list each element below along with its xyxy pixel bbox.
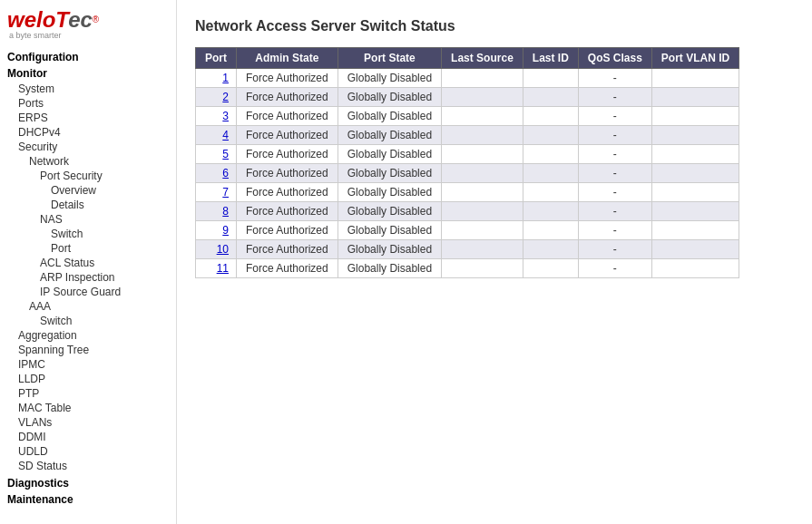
nav-item-dhcpv4-5[interactable]: DHCPv4 [7,125,176,140]
qos-class-cell: - [578,107,651,126]
port-vlan-id-cell [651,88,739,107]
nav-item-switch-18[interactable]: Switch [7,314,176,328]
admin-state-cell: Force Authorized [237,145,338,164]
nav-item-ddmi-26[interactable]: DDMI [7,430,176,444]
port-state-cell: Globally Disabled [338,259,441,278]
nav-item-mac-table-24[interactable]: MAC Table [7,401,176,415]
qos-class-cell: - [578,183,651,202]
port-cell-7[interactable]: 7 [196,183,237,202]
port-link-2[interactable]: 2 [222,91,229,103]
port-state-cell: Globally Disabled [338,240,441,259]
last-id-cell [523,259,578,278]
logo-ec: ec [68,7,93,32]
col-header-last-source: Last Source [442,48,523,69]
nav-item-ip-source-guard-16[interactable]: IP Source Guard [7,285,176,299]
port-cell-11[interactable]: 11 [196,259,237,278]
admin-state-cell: Force Authorized [237,183,338,202]
port-vlan-id-cell [651,183,739,202]
nav-item-port-13[interactable]: Port [7,241,176,256]
nav-item-security-6[interactable]: Security [7,140,176,154]
port-state-cell: Globally Disabled [338,69,441,88]
port-link-4[interactable]: 4 [222,129,229,141]
col-header-port-state: Port State [338,48,441,69]
last-id-cell [523,221,578,240]
port-state-cell: Globally Disabled [338,164,441,183]
nav-item-lldp-22[interactable]: LLDP [7,372,176,386]
nav-item-ports-3[interactable]: Ports [7,96,176,111]
port-vlan-id-cell [651,126,739,145]
nav-item-details-10[interactable]: Details [7,198,176,212]
port-link-10[interactable]: 10 [217,243,229,256]
nav-item-overview-9[interactable]: Overview [7,183,176,198]
nav-item-port-security-8[interactable]: Port Security [7,169,176,183]
port-cell-4[interactable]: 4 [196,126,237,145]
port-cell-2[interactable]: 2 [196,88,237,107]
nav-section-maintenance: Maintenance [7,493,176,506]
port-state-cell: Globally Disabled [338,126,441,145]
port-cell-9[interactable]: 9 [196,221,237,240]
last-id-cell [523,126,578,145]
table-row: 1Force AuthorizedGlobally Disabled- [196,69,739,88]
port-state-cell: Globally Disabled [338,145,441,164]
logo-brand: weloTec® [7,7,176,33]
nav-item-switch-12[interactable]: Switch [7,227,176,241]
table-row: 2Force AuthorizedGlobally Disabled- [196,88,739,107]
port-cell-5[interactable]: 5 [196,145,237,164]
port-link-1[interactable]: 1 [222,72,229,84]
col-header-qos-class: QoS Class [578,48,651,69]
admin-state-cell: Force Authorized [237,69,338,88]
nav-item-network-7[interactable]: Network [7,154,176,169]
nav-item-aaa-17[interactable]: AAA [7,299,176,314]
nav-item-sd-status-28[interactable]: SD Status [7,459,176,473]
nav-item-udld-27[interactable]: UDLD [7,444,176,459]
port-vlan-id-cell [651,69,739,88]
port-vlan-id-cell [651,259,739,278]
col-header-port-vlan-id: Port VLAN ID [651,48,739,69]
port-cell-10[interactable]: 10 [196,240,237,259]
col-header-port: Port [196,48,237,69]
last-source-cell [442,259,523,278]
port-link-3[interactable]: 3 [222,110,229,122]
port-vlan-id-cell [651,202,739,221]
admin-state-cell: Force Authorized [237,107,338,126]
qos-class-cell: - [578,126,651,145]
table-row: 6Force AuthorizedGlobally Disabled- [196,164,739,183]
last-id-cell [523,240,578,259]
port-cell-1[interactable]: 1 [196,69,237,88]
table-row: 4Force AuthorizedGlobally Disabled- [196,126,739,145]
table-row: 8Force AuthorizedGlobally Disabled- [196,202,739,221]
last-id-cell [523,183,578,202]
last-source-cell [442,221,523,240]
nav-section-configuration: Configuration [7,51,176,63]
port-link-7[interactable]: 7 [222,186,229,199]
col-header-last-id: Last ID [523,48,578,69]
nav-item-erps-4[interactable]: ERPS [7,111,176,125]
nav-item-nas-11[interactable]: NAS [7,212,176,227]
table-row: 3Force AuthorizedGlobally Disabled- [196,107,739,126]
port-cell-8[interactable]: 8 [196,202,237,221]
qos-class-cell: - [578,145,651,164]
table-row: 11Force AuthorizedGlobally Disabled- [196,259,739,278]
nav-section-diagnostics: Diagnostics [7,477,176,490]
last-id-cell [523,145,578,164]
port-link-8[interactable]: 8 [222,205,229,218]
table-body: 1Force AuthorizedGlobally Disabled-2Forc… [196,69,739,278]
nav-item-aggregation-19[interactable]: Aggregation [7,328,176,343]
port-link-6[interactable]: 6 [222,167,229,180]
nav-item-acl-status-14[interactable]: ACL Status [7,256,176,270]
port-cell-6[interactable]: 6 [196,164,237,183]
table-row: 5Force AuthorizedGlobally Disabled- [196,145,739,164]
nav-item-ptp-23[interactable]: PTP [7,386,176,401]
last-id-cell [523,88,578,107]
port-link-5[interactable]: 5 [222,148,229,160]
nav-item-system-2[interactable]: System [7,82,176,96]
nav-item-ipmc-21[interactable]: IPMC [7,357,176,372]
port-cell-3[interactable]: 3 [196,107,237,126]
port-link-11[interactable]: 11 [217,262,229,275]
last-id-cell [523,164,578,183]
nav-item-spanning-tree-20[interactable]: Spanning Tree [7,343,176,357]
port-link-9[interactable]: 9 [222,224,229,237]
nav-item-arp-inspection-15[interactable]: ARP Inspection [7,270,176,285]
last-source-cell [442,202,523,221]
nav-item-vlans-25[interactable]: VLANs [7,415,176,430]
